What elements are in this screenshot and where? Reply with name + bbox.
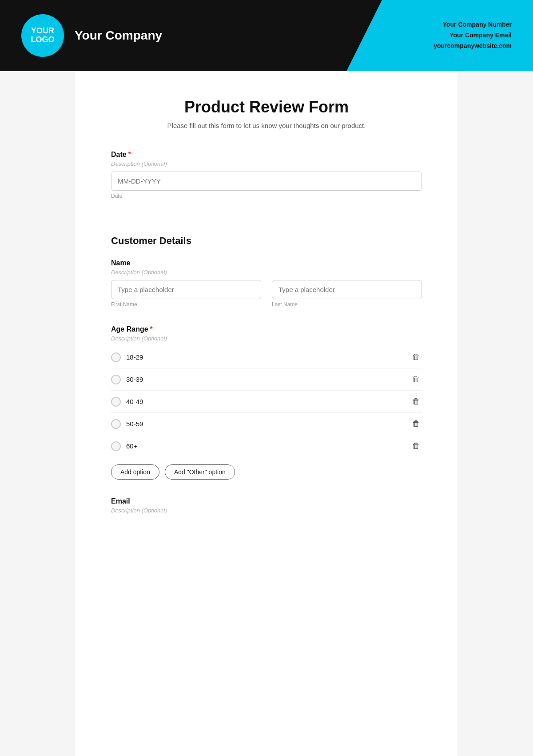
date-label: Date * — [111, 151, 422, 159]
name-description: Description (Optional) — [111, 269, 422, 276]
age-option-label-2: 40-49 — [126, 398, 143, 405]
company-number: Your Company Number — [434, 20, 512, 30]
radio-circle-4[interactable] — [111, 441, 121, 451]
delete-option-3[interactable]: 🗑 — [410, 417, 422, 430]
first-name-col: First Name — [111, 280, 261, 308]
date-required: * — [128, 151, 131, 159]
last-name-col: Last Name — [272, 280, 422, 308]
email-field-group: Email Description (Optional) — [111, 497, 422, 514]
form-title: Product Review Form — [111, 98, 422, 116]
company-email: Your Company Email — [434, 30, 512, 41]
age-option-label-3: 50-59 — [126, 420, 143, 428]
delete-option-4[interactable]: 🗑 — [410, 440, 422, 452]
first-name-hint: First Name — [111, 301, 261, 308]
age-range-field-group: Age Range * Description (Optional) 18-29… — [111, 325, 422, 480]
section-divider-1 — [111, 217, 422, 217]
age-description: Description (Optional) — [111, 335, 422, 342]
first-name-input[interactable] — [111, 280, 261, 299]
age-option-left-1: 30-39 — [111, 375, 143, 384]
header-contact: Your Company Number Your Company Email y… — [434, 20, 533, 51]
name-row: First Name Last Name — [111, 280, 422, 308]
date-hint: Date — [111, 193, 422, 199]
age-option-label-1: 30-39 — [126, 376, 143, 383]
page-header: YOUR LOGO Your Company Your Company Numb… — [0, 0, 533, 71]
delete-option-0[interactable]: 🗑 — [410, 351, 422, 364]
form-subtitle: Please fill out this form to let us know… — [111, 122, 422, 129]
age-option-left-3: 50-59 — [111, 419, 143, 429]
customer-details-section: Customer Details Name Description (Optio… — [111, 235, 422, 514]
age-required: * — [150, 325, 153, 333]
email-label: Email — [111, 497, 422, 505]
age-option-row: 18-29 🗑 — [111, 346, 422, 368]
age-range-label: Age Range * — [111, 325, 422, 333]
radio-circle-3[interactable] — [111, 419, 121, 429]
age-option-row: 40-49 🗑 — [111, 391, 422, 413]
header-left: YOUR LOGO Your Company — [0, 14, 162, 57]
delete-option-1[interactable]: 🗑 — [410, 373, 422, 386]
age-option-row: 30-39 🗑 — [111, 368, 422, 391]
age-option-label-4: 60+ — [126, 442, 137, 450]
age-options-list: 18-29 🗑 30-39 🗑 40-49 🗑 — [111, 346, 422, 457]
last-name-input[interactable] — [272, 280, 422, 299]
email-description: Description (Optional) — [111, 507, 422, 514]
radio-circle-0[interactable] — [111, 352, 121, 362]
age-option-row: 50-59 🗑 — [111, 413, 422, 435]
name-field-group: Name Description (Optional) First Name L… — [111, 259, 422, 308]
age-option-row: 60+ 🗑 — [111, 435, 422, 457]
company-website: yourcompanywebsite.com — [434, 41, 512, 52]
radio-circle-1[interactable] — [111, 375, 121, 384]
date-description: Description (Optional) — [111, 160, 422, 167]
add-option-button[interactable]: Add option — [111, 464, 159, 480]
age-option-left-4: 60+ — [111, 441, 137, 451]
company-name: Your Company — [75, 28, 162, 43]
age-option-label-0: 18-29 — [126, 353, 143, 361]
add-option-row: Add option Add "Other" option — [111, 464, 422, 480]
last-name-hint: Last Name — [272, 301, 422, 308]
logo: YOUR LOGO — [21, 14, 64, 57]
radio-circle-2[interactable] — [111, 397, 121, 407]
add-other-option-button[interactable]: Add "Other" option — [165, 464, 235, 480]
date-field-group: Date * Description (Optional) Date — [111, 151, 422, 199]
delete-option-2[interactable]: 🗑 — [410, 395, 422, 408]
name-label: Name — [111, 259, 422, 267]
customer-details-heading: Customer Details — [111, 235, 422, 247]
age-option-left-0: 18-29 — [111, 352, 143, 362]
date-input[interactable] — [111, 172, 422, 191]
form-page: Product Review Form Please fill out this… — [76, 71, 457, 756]
age-option-left-2: 40-49 — [111, 397, 143, 407]
